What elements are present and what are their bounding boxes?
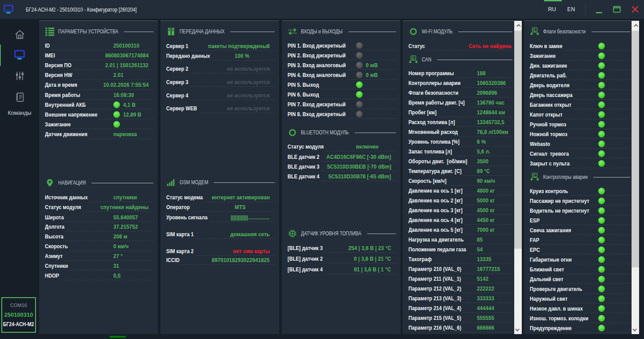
header-rule (348, 32, 396, 32)
led-off-indicator (356, 111, 363, 117)
scroll-down-button[interactable] (514, 325, 522, 334)
row-value-cell: 13345732,5 (477, 117, 512, 127)
scroll-up-button[interactable] (514, 21, 522, 30)
row-value: 2.01 | 1501261132 (105, 62, 148, 69)
row-value-cell: не используется (222, 77, 270, 87)
row-value-cell: 12,89 В (113, 109, 153, 119)
scrollbar[interactable] (514, 21, 522, 334)
row-value: 13345732,5 (477, 119, 504, 125)
chevron-down-icon (515, 327, 520, 331)
row-value-cell: Сеть не найдена (464, 41, 512, 51)
sidebar-item-home[interactable] (0, 29, 39, 40)
led-on-indicator (598, 266, 605, 273)
language-en-button[interactable]: EN (563, 0, 579, 19)
header-rule (437, 60, 512, 60)
row-value-cell (598, 109, 630, 119)
minimize-button[interactable] (593, 0, 605, 19)
scroll-up-button[interactable] (632, 21, 639, 30)
row: Давление на ось 2 [кг]5000 кг (408, 195, 512, 205)
row-label: Закрыт с пульта (530, 160, 570, 167)
row: SIM карта 1домашняя сеть (166, 229, 275, 239)
row-value: 0,5 (113, 272, 120, 279)
close-button[interactable] (629, 0, 641, 19)
row-value-cell: 5C5310D30B78 [-65 dBm] (321, 171, 391, 181)
row: Параметр 211 (VAL_1)5142 (408, 274, 512, 283)
row-value: не используется (227, 92, 270, 99)
sidebar-item-settings[interactable] (0, 70, 39, 81)
section-header: ДАТЧИК УРОВНЯ ТОПЛИВА (288, 228, 396, 239)
led-on-indicator (598, 207, 605, 214)
row-value-cell: 13335 (477, 254, 512, 264)
row-value: 16:08:30 (113, 92, 134, 98)
panel-4: Wi-Fi МОДУЛЬСтатусСеть не найденаCANНоме… (403, 20, 522, 334)
row-label: PIN 4. Вход аналоговый (288, 72, 346, 78)
row-value: 55.640057 (113, 214, 138, 221)
language-ru-button[interactable]: RU (544, 0, 560, 19)
row (530, 333, 630, 334)
row-value-cell (598, 119, 630, 129)
section-header: ПЕРЕДАЧА ДАННЫХ (167, 26, 275, 37)
server-icon (167, 27, 176, 36)
row-label: Номер программы (408, 70, 454, 77)
scroll-thumb[interactable] (632, 31, 639, 267)
connection-device-id: 250100310 (4, 311, 33, 318)
row-label: Ножной тормоз (530, 131, 567, 137)
scroll-thumb[interactable] (514, 31, 522, 249)
row: Номер программы188 (408, 68, 512, 78)
row-value: Сеть не найдена (469, 43, 512, 49)
scroll-down-button[interactable] (632, 325, 639, 334)
sidebar-item-device[interactable] (0, 49, 39, 61)
row-value-cell (598, 186, 630, 196)
row: Параметр 215 (VAL_5)555555 (408, 313, 512, 323)
row-value-cell: ||||||||||||............... (226, 212, 270, 222)
row-value: 222222 (477, 285, 494, 292)
row: PIN 8. Вход дискретный (288, 109, 396, 119)
row-label: Параметр 215 (VAL_5) (408, 315, 461, 321)
connection-device-name: БГ24-АСН-М2 (3, 321, 34, 327)
row: Предупреждение (530, 323, 630, 333)
row-label: Расход топлива [л] (408, 119, 455, 125)
scrollbar[interactable] (632, 21, 639, 334)
row-value: 6 % (477, 138, 486, 145)
row-label: Сигнал тревога (530, 150, 569, 157)
row-label: Низкое давл. в шинах (530, 305, 583, 312)
row-label: Дальний свет (530, 276, 563, 282)
row-value-cell: 4450 кг (477, 215, 512, 225)
sidebar: Команды COM16 250100310 БГ24-АСН-М2 (0, 19, 39, 339)
row-value: 91 | 3,6 В | 1 °C (354, 266, 391, 273)
circle-icon (288, 128, 297, 137)
row-value-cell (598, 333, 630, 334)
row: PIN 6. Выход (288, 89, 396, 99)
row: Свеча зажигания (530, 225, 630, 235)
row-label: Скорость (45, 243, 68, 250)
row-label: BLE датчик 2 (288, 153, 320, 160)
row: Нагрузка на двигатель85 (408, 234, 512, 244)
row-label: Сервер 3 (166, 79, 188, 85)
maximize-button[interactable] (611, 0, 623, 19)
row-label: Ручной тормоз (530, 121, 566, 128)
led-on-indicator (598, 286, 605, 292)
row: Датчик движенияпарковка (45, 129, 153, 139)
row-value-cell: включен (356, 141, 396, 151)
led-on-indicator (598, 43, 605, 49)
row-label: Уровень топлива [%] (408, 138, 460, 145)
notebook-icon (14, 92, 25, 103)
row: Положение педали газа54 (408, 244, 512, 254)
row-label: PIN 1. Вход дискретный (288, 42, 346, 49)
row: ID250100310 (45, 40, 153, 50)
row-value-cell (598, 41, 630, 51)
row: Внутренний АКБ4,1 В (45, 100, 153, 109)
row-value-cell: 0 км/ч (113, 241, 153, 251)
sidebar-item-commands[interactable] (0, 92, 39, 103)
row: Пробег [км]1248644 км (408, 107, 512, 117)
sliders-icon (14, 70, 25, 81)
row: Сервер 2не используется (166, 64, 275, 73)
row-label: PIN 5. Выход (288, 81, 319, 88)
row-value: 333333 (477, 295, 494, 302)
row: Багажник открыт (530, 100, 630, 109)
row-label: Время работы (45, 92, 80, 98)
row-label: Водитель не пристегнут (530, 207, 589, 214)
led-on-indicator (598, 227, 605, 234)
row-label: Параметр 210 (VAL_0) (408, 266, 461, 272)
row: [BLE] датчик 20 | 3,6 В | 21 °C (288, 254, 396, 263)
